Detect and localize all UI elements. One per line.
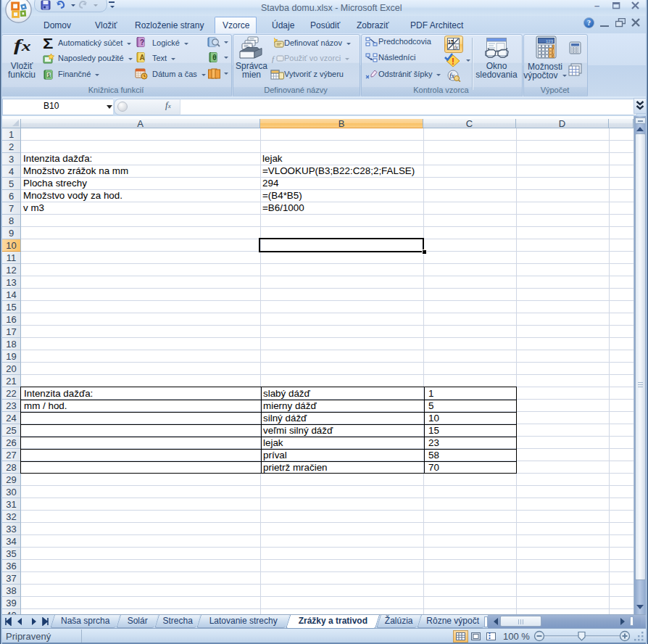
svg-text:123: 123 [546,39,554,44]
svg-text:θ: θ [212,54,216,62]
svg-text:f: f [272,54,275,63]
svg-text:?: ? [587,19,591,27]
svg-text:fx: fx [454,44,459,51]
svg-text:!: ! [452,57,454,67]
svg-text:A: A [139,54,144,62]
svg-text:$: $ [48,73,51,78]
svg-text:15: 15 [448,39,454,44]
svg-text:?: ? [140,38,144,46]
